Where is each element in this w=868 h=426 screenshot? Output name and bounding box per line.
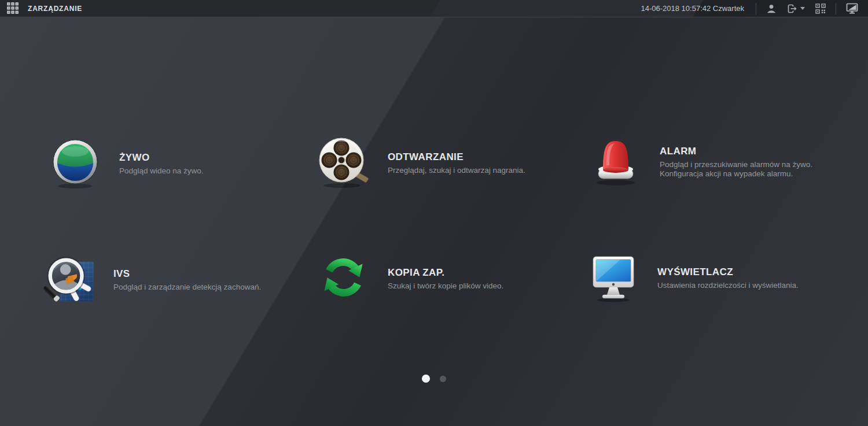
tile-description: Podgląd wideo na żywo. bbox=[119, 166, 204, 176]
management-home-screen: ZARZĄDZANIE 14-06-2018 10:57:42 Czwartek bbox=[0, 0, 868, 426]
tile-title: KOPIA ZAP. bbox=[388, 267, 503, 279]
topbar-separator bbox=[836, 3, 836, 14]
display-mode-button[interactable] bbox=[841, 1, 863, 16]
tile-description: Podgląd i przeszukiwanie alarmów na żywo… bbox=[660, 160, 812, 179]
user-icon bbox=[766, 3, 777, 14]
playback-icon bbox=[317, 136, 370, 190]
qrcode-icon bbox=[815, 3, 826, 14]
page-title: ZARZĄDZANIE bbox=[28, 5, 82, 13]
menu-tile-backup[interactable]: KOPIA ZAP. Szukaj i twórz kopie plików v… bbox=[317, 252, 503, 305]
topbar: ZARZĄDZANIE 14-06-2018 10:57:42 Czwartek bbox=[0, 0, 868, 17]
pagination bbox=[422, 375, 446, 383]
menu-tile-alarm[interactable]: ALARM Podgląd i przeszukiwanie alarmów n… bbox=[589, 135, 812, 188]
alarm-icon bbox=[589, 135, 642, 188]
backup-icon bbox=[317, 252, 370, 305]
ivs-icon bbox=[43, 253, 96, 306]
tile-description: Szukaj i twórz kopie plików video. bbox=[388, 281, 503, 291]
page-dot-2[interactable] bbox=[440, 376, 446, 382]
live-view-icon bbox=[49, 138, 102, 190]
user-button[interactable] bbox=[761, 2, 782, 16]
logout-button[interactable] bbox=[782, 2, 810, 16]
datetime-label: 14-06-2018 10:57:42 Czwartek bbox=[641, 4, 744, 13]
tile-title: IVS bbox=[113, 268, 261, 280]
page-dot-1[interactable] bbox=[422, 375, 430, 383]
menu-tile-playback[interactable]: ODTWARZANIE Przeglądaj, szukaj i odtwarz… bbox=[317, 136, 525, 190]
tile-description: Ustawienia rozdzielczości i wyświetlania… bbox=[657, 281, 799, 290]
logout-icon bbox=[787, 3, 798, 14]
tile-title: ODTWARZANIE bbox=[388, 151, 525, 163]
tile-title: ALARM bbox=[660, 146, 812, 157]
menu-tile-ivs[interactable]: IVS Podgląd i zarządzanie detekcją zacho… bbox=[43, 253, 261, 306]
tile-title: WYŚWIETLACZ bbox=[657, 266, 799, 278]
topbar-separator bbox=[756, 3, 756, 14]
display-icon bbox=[587, 252, 640, 304]
menu-tile-display[interactable]: WYŚWIETLACZ Ustawienia rozdzielczości i … bbox=[587, 252, 799, 304]
tile-title: ŻYWO bbox=[119, 152, 204, 164]
chevron-down-icon bbox=[800, 7, 805, 10]
tile-description: Przeglądaj, szukaj i odtwarzaj nagrania. bbox=[388, 166, 525, 175]
menu-tile-live[interactable]: ŻYWO Podgląd wideo na żywo. bbox=[49, 138, 204, 190]
qrcode-button[interactable] bbox=[810, 2, 831, 16]
tile-description: Podgląd i zarządzanie detekcją zachowań. bbox=[113, 283, 261, 292]
apps-grid-icon[interactable] bbox=[6, 2, 20, 16]
display-mode-icon bbox=[846, 3, 858, 14]
